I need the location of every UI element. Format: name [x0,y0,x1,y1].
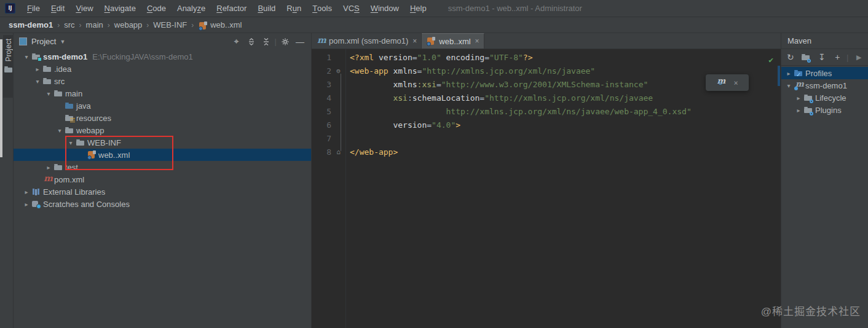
tree-item-plugins[interactable]: ▸Plugins [781,104,868,116]
download-sources-icon[interactable]: ↧ [814,50,830,64]
toolbar-separator: | [846,53,848,62]
menu-build[interactable]: Build [252,0,281,17]
breadcrumb-item-web-xml[interactable]: web..xml [210,20,242,29]
maven-red-icon [42,174,52,184]
webxml-icon [426,36,436,46]
window-title: ssm-demo1 - web..xml - Administrator [448,4,582,13]
tree-item-java[interactable]: java [14,100,311,112]
editor-tab-web-xml[interactable]: web..xml× [422,33,484,49]
locate-file-icon[interactable]: ⌖ [229,35,244,49]
chevron-down-icon[interactable]: ▾ [22,53,31,60]
chevron-down-icon[interactable]: ▾ [66,139,76,146]
close-icon[interactable]: × [733,76,738,90]
chevron-right-icon[interactable]: ▸ [33,66,42,72]
line-number: 4 [312,92,331,105]
tree-item-label: ssm-demo1 [43,52,87,61]
reload-maven-icon[interactable]: ↻ [783,50,799,64]
breadcrumb-item-main[interactable]: main [86,20,103,29]
breadcrumb-separator: › [191,21,194,29]
tree-item-external-libraries[interactable]: ▸External Libraries [14,185,311,198]
chevron-right-icon[interactable]: ▸ [784,70,794,77]
add-icon[interactable]: + [830,50,846,64]
tree-item-label: .idea [54,64,71,74]
chevron-down-icon[interactable]: ▾ [55,127,65,134]
maven-module-icon [794,80,803,90]
menu-run[interactable]: Run [281,0,307,17]
menu-edit[interactable]: Edit [45,0,70,17]
hide-panel-icon[interactable]: — [293,35,307,49]
menu-help[interactable]: Help [404,0,432,17]
breadcrumb: ssm-demo1›src›main›webapp›WEB-INF›web..x… [0,17,868,33]
tree-item-test[interactable]: ▸test [14,161,311,173]
code-line-1: 1<?xml version="1.0" encoding="UTF-8"?> [312,51,781,64]
tree-item-ssm-demo1[interactable]: ▾ssm-demo1E:\FuckingJAVA\ssm-demo1 [14,50,311,63]
collapse-all-icon[interactable] [259,35,274,49]
tree-item-pom-xml[interactable]: pom.xml [14,173,311,185]
code-text: xmlns:xsi="http://www.w3.org/2001/XMLSch… [345,78,648,92]
breadcrumb-item-webapp[interactable]: webapp [114,20,143,29]
editor-tab-pom-xml-ssm-demo1[interactable]: pom.xml (ssm-demo1)× [312,33,422,49]
line-number: 3 [312,78,331,92]
chevron-down-icon[interactable]: ▾ [33,78,42,85]
webxml-icon [87,150,97,160]
close-tab-icon[interactable]: × [412,37,417,45]
tree-item-lifecycle[interactable]: ▸Lifecycle [781,92,868,104]
tree-item-webapp[interactable]: ▾webapp [14,124,311,136]
fold-marker-icon[interactable]: ⌂ [331,146,345,159]
menu-tools[interactable]: Tools [307,0,337,17]
tree-item-web-xml[interactable]: web..xml [14,149,311,161]
maven-reload-icon[interactable]: m ↻ [716,78,726,88]
fold-gutter [331,78,345,92]
tree-item-resources[interactable]: resources [14,112,311,124]
breadcrumb-item-web-inf[interactable]: WEB-INF [153,20,187,29]
fold-range-line [341,74,341,151]
line-number: 7 [312,132,331,146]
menu-window[interactable]: Window [365,0,404,17]
code-editor[interactable]: 1<?xml version="1.0" encoding="UTF-8"?>2… [312,49,781,328]
chevron-right-icon[interactable]: ▸ [44,164,53,171]
menu-analyze[interactable]: Analyze [172,0,211,17]
chevron-down-icon[interactable]: ▾ [44,90,53,97]
gear-icon[interactable] [278,35,293,49]
chevron-right-icon[interactable]: ▸ [22,189,31,195]
chevron-down-icon[interactable]: ▼ [60,39,65,45]
menu-navigate[interactable]: Navigate [99,0,141,17]
inspections-ok-icon[interactable]: ✔ [768,53,773,67]
project-tool-window-tab[interactable]: Project [3,35,14,98]
chevron-down-icon[interactable]: ▾ [784,82,794,89]
menu-items: FileEditViewNavigateCodeAnalyzeRefactorB… [22,0,432,17]
tree-item-label: src [54,77,65,86]
chevron-right-icon[interactable]: ▸ [794,107,803,114]
folder-gear-icon [803,105,813,115]
menu-code[interactable]: Code [141,0,172,17]
tree-item-scratches-and-consoles[interactable]: ▸Scratches and Consoles [14,198,311,210]
tree-item-label: WEB-INF [87,138,121,147]
run-configuration-icon[interactable] [799,50,815,64]
tree-item-src[interactable]: ▾src [14,75,311,87]
close-tab-icon[interactable]: × [475,37,479,45]
menu-refactor[interactable]: Refactor [211,0,252,17]
fold-gutter [331,51,345,64]
tree-item-web-inf[interactable]: ▾WEB-INF [14,136,311,149]
breadcrumb-item-src[interactable]: src [64,20,74,29]
breadcrumb-item-ssm-demo1[interactable]: ssm-demo1 [9,20,53,29]
editor-area: pom.xml (ssm-demo1)×web..xml× 1<?xml ver… [312,33,781,328]
execute-goal-icon[interactable]: ▶ [851,50,867,64]
menu-view[interactable]: View [70,0,98,17]
tree-item-main[interactable]: ▾main [14,87,311,100]
menu-vcs[interactable]: VCS [337,0,365,17]
ide-window: IJ FileEditViewNavigateCodeAnalyzeRefact… [0,0,868,328]
maven-reload-widget[interactable]: m ↻ × [706,74,749,91]
tree-item-ssm-demo1[interactable]: ▾ssm-demo1 [781,79,868,92]
folder-icon [53,88,63,98]
chevron-right-icon[interactable]: ▸ [794,95,803,101]
expand-all-icon[interactable] [244,35,259,49]
menu-file[interactable]: File [22,0,45,17]
tree-item-profiles[interactable]: ▸Profiles [781,67,868,79]
breadcrumb-separator: › [108,21,110,29]
tree-item-idea[interactable]: ▸.idea [14,63,311,75]
chevron-right-icon[interactable]: ▸ [22,201,31,208]
fold-marker-icon[interactable]: ⊖ [331,64,345,78]
tab-label: web..xml [439,37,470,46]
lib-icon [31,187,41,197]
